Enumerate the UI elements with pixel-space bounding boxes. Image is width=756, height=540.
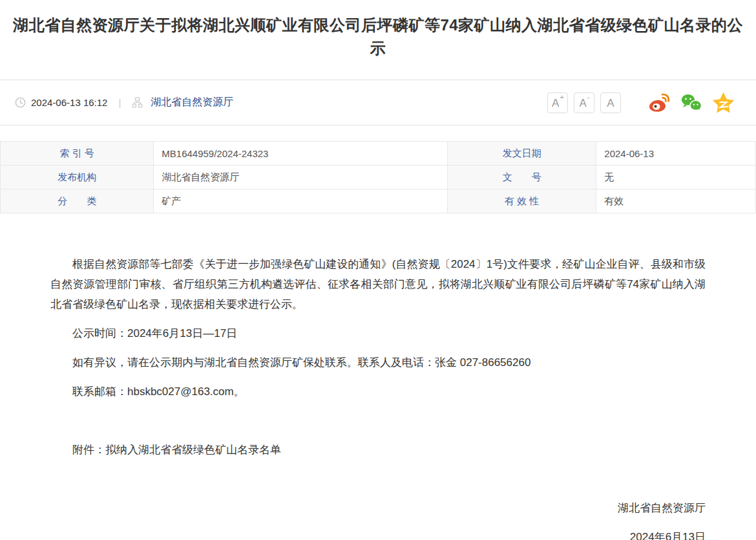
- signature-org: 湖北省自然资源厅: [50, 498, 706, 518]
- info-label-category: 分 类: [1, 189, 154, 213]
- info-label-validity: 有 效 性: [448, 189, 596, 213]
- weibo-icon[interactable]: [647, 92, 671, 113]
- font-btn-label: A: [607, 97, 614, 109]
- spacer: [50, 411, 706, 431]
- info-value-doc-number: 无: [596, 166, 756, 189]
- meta-separator: |: [118, 97, 121, 108]
- sitemap-icon: [132, 97, 143, 108]
- font-reset-button[interactable]: A: [600, 92, 621, 113]
- paragraph-email: 联系邮箱：hbskbc027@163.com。: [50, 382, 706, 402]
- clock-icon: [15, 97, 26, 108]
- font-decrease-button[interactable]: A-: [574, 92, 594, 113]
- share-buttons: [638, 92, 735, 113]
- info-label-issue-date: 发文日期: [448, 142, 596, 166]
- table-row: 索 引 号 MB1644959/2024-24323 发文日期 2024-06-…: [1, 142, 756, 166]
- font-btn-modifier: +: [560, 93, 563, 101]
- info-value-validity: 有效: [596, 189, 756, 213]
- font-btn-label: A: [552, 97, 559, 109]
- article-body: 根据自然资源部等七部委《关于进一步加强绿色矿山建设的通知》(自然资规〔2024〕…: [0, 213, 756, 540]
- paragraph-contact: 如有异议，请在公示期内与湖北省自然资源厅矿保处联系。联系人及电话：张金 027-…: [50, 352, 706, 373]
- paragraph-publicity-period: 公示时间：2024年6月13日—17日: [50, 323, 706, 343]
- paragraph-main: 根据自然资源部等七部委《关于进一步加强绿色矿山建设的通知》(自然资规〔2024〕…: [50, 254, 706, 314]
- info-value-publisher: 湖北省自然资源厅: [154, 166, 448, 189]
- info-value-issue-date: 2024-06-13: [596, 142, 756, 166]
- spacer: [50, 469, 706, 489]
- table-row: 分 类 矿产 有 效 性 有效: [1, 189, 756, 213]
- wechat-icon[interactable]: [680, 93, 702, 113]
- announcement-page: 湖北省自然资源厅关于拟将湖北兴顺矿业有限公司后坪磷矿等74家矿山纳入湖北省省级绿…: [0, 0, 756, 540]
- font-increase-button[interactable]: A+: [547, 92, 568, 113]
- qzone-icon[interactable]: [712, 92, 735, 113]
- info-value-index-number: MB1644959/2024-24323: [154, 142, 448, 166]
- signature-date: 2024年6月13日: [50, 527, 706, 540]
- font-btn-modifier: -: [587, 93, 590, 101]
- page-title: 湖北省自然资源厅关于拟将湖北兴顺矿业有限公司后坪磷矿等74家矿山纳入湖北省省级绿…: [5, 14, 751, 60]
- font-btn-label: A: [579, 97, 586, 109]
- meta-info: 2024-06-13 16:12 | 湖北省自然资源厅: [15, 96, 233, 109]
- publish-datetime: 2024-06-13 16:12: [31, 97, 107, 108]
- page-header: 湖北省自然资源厅关于拟将湖北兴顺矿业有限公司后坪磷矿等74家矿山纳入湖北省省级绿…: [0, 0, 756, 80]
- info-label-publisher: 发布机构: [1, 166, 154, 189]
- meta-tools: A+ A- A: [541, 92, 735, 113]
- paragraph-attachment: 附件：拟纳入湖北省省级绿色矿山名录名单: [50, 440, 706, 460]
- doc-info-section: 索 引 号 MB1644959/2024-24323 发文日期 2024-06-…: [0, 141, 756, 213]
- info-value-category: 矿产: [154, 189, 448, 213]
- table-row: 发布机构 湖北省自然资源厅 文 号 无: [1, 166, 756, 189]
- info-label-doc-number: 文 号: [448, 166, 596, 189]
- info-label-index-number: 索 引 号: [1, 142, 154, 166]
- source-link[interactable]: 湖北省自然资源厅: [151, 96, 233, 109]
- meta-bar: 2024-06-13 16:12 | 湖北省自然资源厅 A+ A- A: [0, 80, 756, 125]
- doc-info-table: 索 引 号 MB1644959/2024-24323 发文日期 2024-06-…: [0, 141, 756, 213]
